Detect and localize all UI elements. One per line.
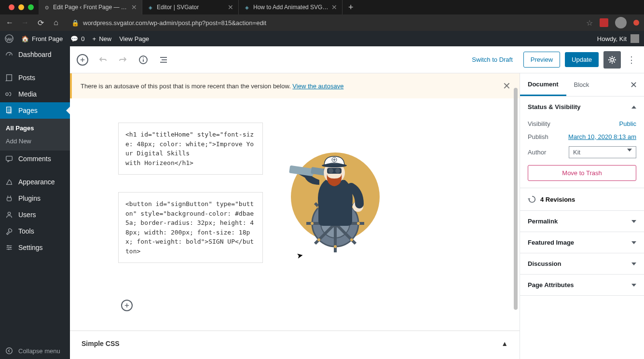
panel-header-featured-image[interactable]: Featured Image bbox=[520, 232, 644, 253]
url-bar-right: ☆ bbox=[586, 17, 639, 28]
svg-rect-6 bbox=[7, 109, 12, 114]
sidebar-label: Users bbox=[18, 211, 36, 219]
panel-header-permalink[interactable]: Permalink bbox=[520, 211, 644, 232]
revisions-button[interactable]: 4 Revisions bbox=[520, 188, 644, 211]
maximize-window-button[interactable] bbox=[28, 4, 34, 10]
panel-featured-image: Featured Image bbox=[520, 232, 644, 253]
wp-logo-icon[interactable] bbox=[5, 34, 14, 43]
sidebar-item-tools[interactable]: Tools bbox=[0, 223, 70, 239]
move-to-trash-button[interactable]: Move to Trash bbox=[528, 165, 636, 181]
notification-dot-icon[interactable] bbox=[633, 20, 639, 26]
tab-block[interactable]: Block bbox=[566, 74, 597, 95]
sidebar-label: Plugins bbox=[18, 194, 41, 202]
panel-permalink: Permalink bbox=[520, 211, 644, 232]
new-tab-button[interactable]: + bbox=[343, 2, 359, 13]
sidebar-item-comments[interactable]: Comments bbox=[0, 151, 70, 167]
info-button[interactable] bbox=[137, 54, 149, 66]
browser-chrome: ⊙ Edit Page ‹ Front Page — WordP ✕ ◈ Edi… bbox=[0, 0, 644, 31]
toolbar-right: Switch to Draft Preview Update ⋮ bbox=[466, 51, 637, 69]
html-block-button[interactable]: <button id="signButton" type="button" st… bbox=[118, 192, 263, 263]
sidebar-item-settings[interactable]: Settings bbox=[0, 239, 70, 256]
browser-tab-howto[interactable]: ◈ How to Add Animated SVG to W ✕ bbox=[239, 0, 343, 14]
editor-canvas[interactable]: There is an autosave of this post that i… bbox=[70, 73, 520, 359]
close-tab-icon[interactable]: ✕ bbox=[228, 3, 233, 11]
simple-css-panel[interactable]: Simple CSS ▲ bbox=[70, 331, 520, 356]
admin-bar-left: 🏠 Front Page 💬 0 + New View Page bbox=[5, 34, 149, 43]
bookmark-star-icon[interactable]: ☆ bbox=[586, 18, 593, 28]
svg-point-37 bbox=[334, 245, 337, 248]
dismiss-notice-button[interactable]: ✕ bbox=[503, 80, 511, 92]
publish-value-link[interactable]: March 10, 2020 8:13 am bbox=[568, 133, 636, 140]
add-block-inline-button[interactable] bbox=[121, 300, 133, 311]
main-layout: Dashboard Posts Media Pages All Pages Ad… bbox=[0, 46, 644, 359]
profile-avatar[interactable] bbox=[615, 17, 627, 28]
outline-button[interactable] bbox=[158, 54, 169, 66]
svg-point-16 bbox=[10, 247, 11, 249]
editor-body: There is an autosave of this post that i… bbox=[70, 73, 644, 359]
site-name-link[interactable]: 🏠 Front Page bbox=[21, 35, 63, 42]
sidebar-item-plugins[interactable]: Plugins bbox=[0, 190, 70, 207]
comments-count: 0 bbox=[81, 35, 84, 42]
close-window-button[interactable] bbox=[9, 4, 14, 10]
back-button[interactable]: ← bbox=[5, 18, 14, 27]
preview-button[interactable]: Preview bbox=[523, 52, 560, 68]
extension-icon[interactable] bbox=[600, 18, 608, 27]
traffic-lights bbox=[4, 4, 39, 10]
author-select[interactable]: Kit bbox=[569, 146, 636, 158]
admin-bar-right[interactable]: Howdy, Kit bbox=[597, 34, 639, 43]
sidebar-item-pages[interactable]: Pages bbox=[0, 102, 70, 119]
chevron-down-icon bbox=[631, 262, 636, 265]
submenu-add-new[interactable]: Add New bbox=[0, 135, 70, 148]
scrollbar[interactable] bbox=[514, 73, 519, 359]
html-block-h1[interactable]: <h1 id="titleHome" style="font-size: 48p… bbox=[118, 123, 263, 175]
url-bar: ← → ⟳ ⌂ 🔒 wordpress.svgator.com/wp-admin… bbox=[0, 14, 644, 31]
forward-button[interactable]: → bbox=[20, 18, 30, 27]
minimize-window-button[interactable] bbox=[18, 4, 24, 10]
browser-tab-svgator[interactable]: ◈ Editor | SVGator ✕ bbox=[142, 0, 239, 14]
close-tab-icon[interactable]: ✕ bbox=[331, 3, 337, 11]
view-autosave-link[interactable]: View the autosave bbox=[292, 83, 343, 90]
svg-point-17 bbox=[8, 249, 10, 250]
svg-point-51 bbox=[335, 168, 340, 173]
close-tab-icon[interactable]: ✕ bbox=[131, 3, 137, 11]
plugins-icon bbox=[5, 194, 14, 203]
switch-to-draft-button[interactable]: Switch to Draft bbox=[466, 56, 519, 63]
reload-button[interactable]: ⟳ bbox=[36, 18, 45, 28]
panel-header-status[interactable]: Status & Visibility bbox=[520, 97, 644, 117]
scrollbar-thumb[interactable] bbox=[514, 88, 518, 310]
close-settings-button[interactable]: ✕ bbox=[623, 80, 644, 90]
sidebar-item-users[interactable]: Users bbox=[0, 207, 70, 223]
submenu-all-pages[interactable]: All Pages bbox=[0, 122, 70, 135]
sidebar-collapse[interactable]: Collapse menu bbox=[0, 343, 70, 359]
more-options-button[interactable]: ⋮ bbox=[626, 55, 637, 65]
sidebar-item-appearance[interactable]: Appearance bbox=[0, 174, 70, 190]
users-icon bbox=[5, 210, 14, 219]
comments-link[interactable]: 💬 0 bbox=[70, 35, 84, 42]
redo-button[interactable] bbox=[117, 54, 129, 66]
panel-header-page-attributes[interactable]: Page Attributes bbox=[520, 275, 644, 295]
new-content-link[interactable]: + New bbox=[93, 35, 112, 42]
tab-document[interactable]: Document bbox=[520, 74, 566, 96]
add-block-button[interactable] bbox=[77, 54, 88, 66]
panel-title: Page Attributes bbox=[528, 281, 574, 289]
visibility-label: Visibility bbox=[528, 120, 550, 127]
undo-button[interactable] bbox=[97, 54, 109, 66]
sidebar-item-posts[interactable]: Posts bbox=[0, 69, 70, 86]
notice-text: There is an autosave of this post that i… bbox=[81, 83, 292, 90]
settings-gear-button[interactable] bbox=[603, 51, 621, 69]
sidebar-item-media[interactable]: Media bbox=[0, 86, 70, 102]
sidebar-label: Media bbox=[18, 90, 37, 98]
svgator-favicon: ◈ bbox=[244, 4, 250, 11]
settings-icon bbox=[5, 243, 14, 252]
view-page-link[interactable]: View Page bbox=[119, 35, 149, 42]
panel-header-discussion[interactable]: Discussion bbox=[520, 253, 644, 274]
url-input[interactable]: 🔒 wordpress.svgator.com/wp-admin/post.ph… bbox=[67, 19, 580, 27]
svg-point-11 bbox=[8, 212, 10, 215]
browser-tab-wordpress[interactable]: ⊙ Edit Page ‹ Front Page — WordP ✕ bbox=[39, 0, 142, 14]
sidebar-item-dashboard[interactable]: Dashboard bbox=[0, 46, 70, 63]
visibility-value-link[interactable]: Public bbox=[619, 120, 636, 127]
update-button[interactable]: Update bbox=[565, 52, 599, 67]
pages-icon bbox=[5, 106, 14, 115]
home-button[interactable]: ⌂ bbox=[51, 18, 61, 27]
sidebar-label: Settings bbox=[18, 244, 43, 251]
